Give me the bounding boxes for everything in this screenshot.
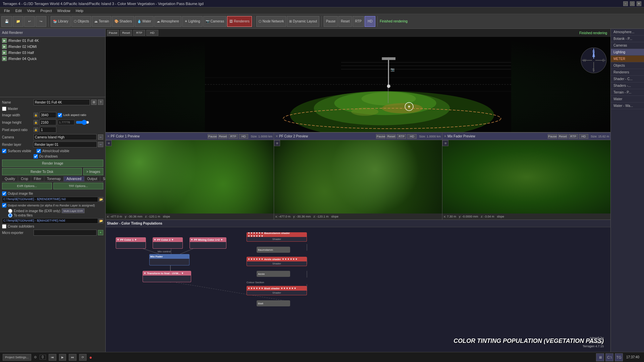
extra-files-radio[interactable] [8, 213, 12, 218]
image-width-input[interactable] [40, 112, 56, 118]
nav-water[interactable]: Water [611, 96, 644, 103]
aeste-shader-node[interactable]: ▼▼▼▼▼▼ Aeste shader ▼▼▼▼▼▼ Shader [247, 257, 307, 266]
pf-color-1-close-icon[interactable]: ✕ [107, 134, 110, 138]
micro-exporter-add-btn[interactable]: + [98, 230, 103, 235]
pause-button[interactable]: Pause [324, 16, 338, 27]
compass-widget[interactable]: N S W E [580, 47, 607, 74]
transform-node[interactable]: ▼ Transform to final - UVW... ▼ [143, 271, 191, 282]
nav-cameras[interactable]: Cameras [611, 42, 644, 49]
camera-select-btn[interactable]: ↔ [98, 134, 103, 140]
name-help-btn[interactable]: ? [98, 100, 103, 105]
vp-pause-btn[interactable]: Pause [107, 30, 119, 36]
rtp-button[interactable]: RTP [353, 16, 364, 27]
node-network-button[interactable]: ⬡ Node Network [256, 16, 286, 27]
image-height-lock-btn[interactable]: 🔒 [34, 120, 38, 125]
surfaces-visible-checkbox[interactable] [2, 149, 6, 153]
nav-atmosphere[interactable]: Atmosphere... [611, 29, 644, 36]
terrain-button[interactable]: ⛰ Terrain [92, 16, 111, 27]
output-image-file-checkbox[interactable] [2, 191, 6, 196]
tab-crop[interactable]: Crop [18, 176, 31, 181]
micro-exporter-input[interactable] [34, 230, 97, 236]
pf1-pause-btn[interactable]: Pause [208, 134, 217, 139]
nav-renderers[interactable]: Renderers [611, 69, 644, 76]
nav-shader-c[interactable]: Shader - C... [611, 76, 644, 82]
tab-filter[interactable]: Filter [31, 176, 44, 181]
pf2-rtp-btn[interactable]: RTP [397, 134, 406, 139]
library-button[interactable]: 📚 Library [51, 16, 71, 27]
maximize-button[interactable]: □ [630, 1, 635, 6]
project-settings-button[interactable]: Project Settings... [3, 354, 31, 361]
lighting-button[interactable]: ☀ Lighting [182, 16, 203, 27]
close-button[interactable]: ✕ [637, 1, 641, 6]
atmosphere-button[interactable]: ☁ Atmosphere [154, 16, 181, 27]
images-button[interactable]: > Images [83, 168, 103, 175]
loop-btn[interactable]: ⟳ [79, 354, 87, 361]
image-height-input[interactable] [40, 119, 56, 125]
mf-hd-btn[interactable]: HD [579, 134, 588, 139]
renderer-item-3[interactable]: ▶ /Render 03 Half [1, 50, 105, 56]
hd-button[interactable]: HD [365, 16, 375, 27]
nav-botanik[interactable]: Botanik - P... [611, 36, 644, 42]
render-to-disk-button[interactable]: Render To Disk [2, 168, 82, 175]
dynamic-layout-button[interactable]: ⊞ Dynamic Layout [287, 16, 319, 27]
mf-resize-handle[interactable]: ⊠ [442, 140, 448, 146]
pf2-hd-btn[interactable]: HD [407, 134, 417, 139]
nav-objects[interactable]: Objects [611, 62, 644, 69]
next-frame-btn[interactable]: ⏭ [69, 354, 76, 361]
mix-fader-node[interactable]: Mix Fader [149, 254, 190, 265]
menu-help[interactable]: Help [73, 9, 86, 13]
pf2-pause-btn[interactable]: Pause [376, 134, 385, 139]
cameras-button[interactable]: 📷 Cameras [203, 16, 227, 27]
nav-lighting[interactable]: Lighting [611, 49, 644, 56]
viewport-3d[interactable]: Pause Reset RTP HD Finished rendering [106, 29, 610, 133]
prev-frame-btn[interactable]: ⏮ [49, 354, 56, 361]
open-button[interactable]: 📁 [13, 16, 23, 27]
vp-reset-btn[interactable]: Reset [120, 30, 132, 36]
renderer-item-1[interactable]: ▶ /Render 01 Full 4K [1, 38, 105, 44]
output-elements-checkbox[interactable] [2, 203, 6, 207]
tab-quality[interactable]: Quality [2, 176, 18, 181]
nav-shaders[interactable]: Shaders -... [611, 82, 644, 89]
exr-options-button[interactable]: EXR Options... [2, 183, 52, 189]
vp-rtp-btn[interactable]: RTP [133, 30, 145, 36]
pf-color-2-close-icon[interactable]: ✕ [275, 134, 278, 138]
do-shadows-checkbox[interactable] [34, 154, 38, 159]
tab-advanced[interactable]: Advanced [64, 176, 84, 181]
pf1-hd-btn[interactable]: HD [239, 134, 248, 139]
name-settings-btn[interactable]: ⚙ [91, 100, 97, 105]
menu-view[interactable]: View [24, 9, 38, 13]
redo-button[interactable]: ↪ [36, 16, 46, 27]
renderer-item-2[interactable]: ▶ /Render 02 HDMI [1, 44, 105, 50]
extra-path-browse-btn[interactable]: 📂 [99, 219, 103, 223]
pf2-resize-handle[interactable]: ⊠ [274, 140, 280, 146]
tab-tonemap[interactable]: Tonemap [44, 176, 64, 181]
nav-terrain[interactable]: Terrain - P... [611, 89, 644, 96]
tff-options-button[interactable]: TFF Options... [53, 183, 103, 189]
play-btn[interactable]: ▶ [59, 354, 66, 361]
menu-window[interactable]: Window [55, 9, 73, 13]
pf1-reset-btn[interactable]: Reset [218, 134, 227, 139]
camera-input[interactable] [34, 134, 97, 140]
undo-button[interactable]: ↩ [24, 16, 35, 27]
master-checkbox[interactable] [2, 107, 6, 111]
render-layer-input[interactable] [33, 141, 97, 147]
create-subfolders-checkbox[interactable] [2, 224, 6, 229]
renderer-item-4[interactable]: ▶ /Render 04 Quick [1, 56, 105, 62]
aspect-slider[interactable] [76, 121, 89, 124]
save-button[interactable]: 💾 [1, 16, 12, 27]
tab-output[interactable]: Output [85, 176, 100, 181]
vp-hd-btn[interactable]: HD [146, 30, 158, 36]
aeste-node[interactable]: Aeste [257, 271, 290, 277]
menu-project[interactable]: Project [38, 9, 54, 13]
pf1-resize-handle[interactable]: ⊠ [106, 140, 112, 146]
embed-radio[interactable] [8, 209, 12, 213]
multi-layer-exr-button[interactable]: Multi-Layer EXR [62, 208, 85, 213]
blatt-shader-node[interactable]: ▼▼▼▼▼▼ Blatt shader ▼▼▼▼▼▼ Shader [247, 286, 307, 295]
tab-sequence[interactable]: Sequence [100, 176, 105, 181]
mf-pause-btn[interactable]: Pause [548, 134, 557, 139]
image-width-lock-btn[interactable]: 🔒 [34, 113, 38, 117]
taskbar-computer[interactable]: 🖥 [596, 353, 604, 361]
baumstamm-shader-node[interactable]: ▼▼▼▼▼▼ Baumstamm shader ▼▼▼▼▼▼ Shader [247, 232, 307, 242]
minimize-button[interactable]: − [623, 1, 628, 6]
menu-file[interactable]: File [1, 9, 13, 13]
